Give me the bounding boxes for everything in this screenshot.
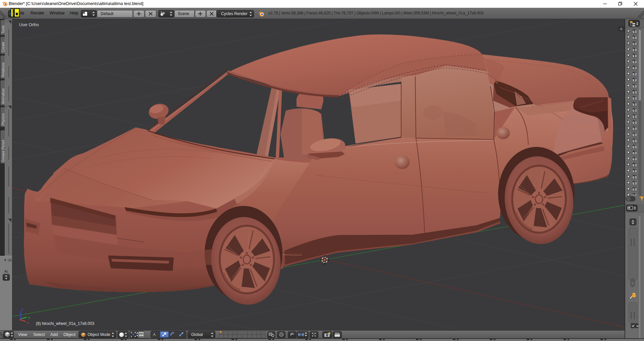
svg-text:x: x xyxy=(27,321,29,325)
svg-text:z: z xyxy=(21,307,23,311)
svg-text:y: y xyxy=(28,315,30,319)
